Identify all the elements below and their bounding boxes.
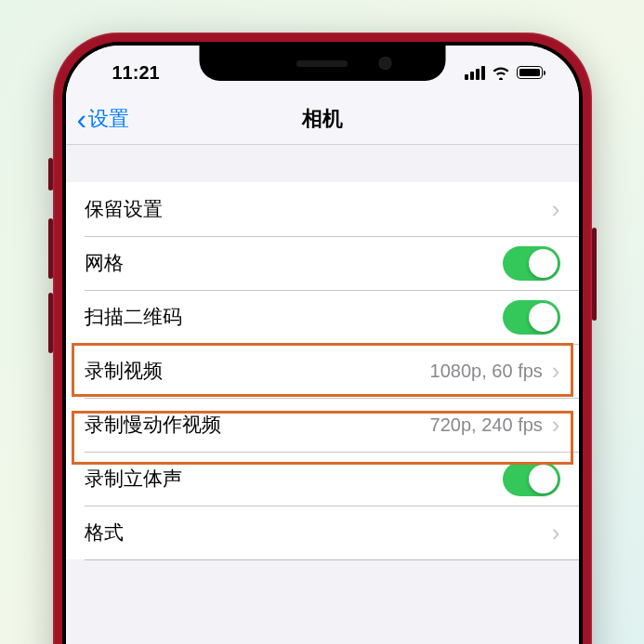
chevron-right-icon: ›: [552, 519, 560, 547]
row-record-video[interactable]: 录制视频 1080p, 60 fps ›: [66, 344, 579, 398]
status-time: 11:21: [112, 62, 160, 84]
chevron-right-icon: ›: [552, 411, 560, 440]
stereo-toggle[interactable]: [503, 462, 560, 496]
row-label: 扫描二维码: [85, 304, 182, 330]
notch: [199, 46, 445, 81]
phone-frame: 11:21: [53, 33, 592, 644]
row-record-slomo[interactable]: 录制慢动作视频 720p, 240 fps ›: [66, 398, 579, 452]
volume-up-button: [48, 218, 53, 279]
chevron-left-icon: ‹: [77, 104, 87, 134]
wifi-icon: [492, 66, 510, 80]
mute-switch: [48, 158, 53, 191]
power-button: [592, 228, 597, 321]
phone-screen: 11:21: [66, 46, 579, 644]
page-title: 相机: [302, 105, 343, 133]
row-label: 保留设置: [85, 196, 163, 222]
row-value: 1080p, 60 fps: [430, 361, 543, 382]
row-label: 网格: [85, 250, 124, 276]
volume-down-button: [48, 293, 53, 353]
battery-icon: [517, 66, 545, 79]
settings-list: 保留设置 › 网格 扫描二维码: [66, 182, 579, 559]
grid-toggle[interactable]: [503, 246, 560, 281]
back-label: 设置: [88, 105, 129, 133]
row-label: 录制视频: [85, 358, 163, 384]
row-format[interactable]: 格式 ›: [66, 506, 579, 559]
row-label: 格式: [85, 519, 124, 545]
row-label: 录制立体声: [85, 466, 182, 492]
cellular-signal-icon: [465, 66, 485, 80]
qr-toggle[interactable]: [503, 300, 560, 335]
row-stereo: 录制立体声: [66, 452, 579, 506]
row-value: 720p, 240 fps: [430, 414, 543, 436]
navigation-bar: ‹ 设置 相机: [66, 94, 579, 145]
back-button[interactable]: ‹ 设置: [66, 104, 130, 134]
row-label: 录制慢动作视频: [85, 412, 221, 438]
settings-content: 保留设置 › 网格 扫描二维码: [66, 182, 579, 559]
chevron-right-icon: ›: [552, 195, 560, 224]
chevron-right-icon: ›: [552, 357, 560, 386]
front-camera: [378, 57, 391, 70]
row-preserve-settings[interactable]: 保留设置 ›: [66, 182, 579, 236]
speaker: [296, 60, 348, 67]
row-scan-qr: 扫描二维码: [66, 290, 579, 344]
row-grid: 网格: [66, 236, 579, 290]
